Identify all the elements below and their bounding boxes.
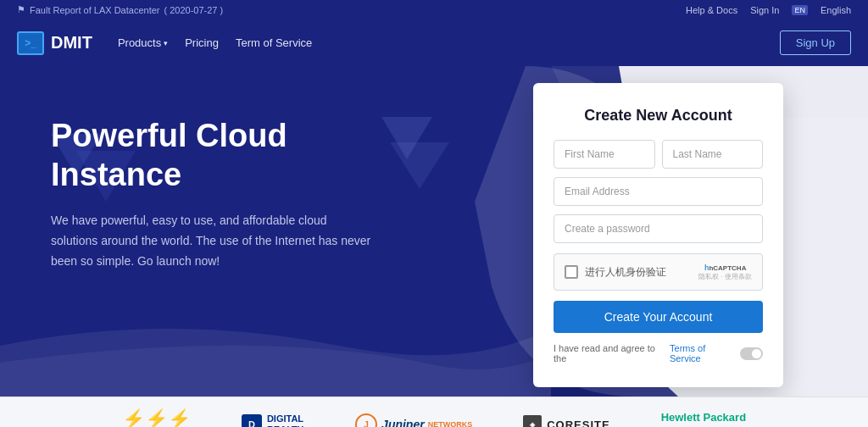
captcha-privacy: 隐私权 · 使用条款 xyxy=(698,272,752,281)
tos-toggle[interactable] xyxy=(740,347,763,360)
flag-icon: EN xyxy=(792,5,808,15)
announcement-text: Fault Report of LAX Datacenter xyxy=(30,5,159,15)
svg-marker-3 xyxy=(381,117,432,159)
logo-icon: >_ xyxy=(17,31,44,55)
signup-button[interactable]: Sign Up xyxy=(780,30,851,55)
help-docs-link[interactable]: Help & Docs xyxy=(686,5,737,15)
logo-text: DMIT xyxy=(51,33,92,53)
hero-section: Powerful Cloud Instance We have powerful… xyxy=(0,66,868,396)
announcement-bar: ⚑ Fault Report of LAX Datacenter ( 2020-… xyxy=(0,0,868,19)
hero-subtitle: We have powerful, easy to use, and affor… xyxy=(51,211,373,271)
navbar-right: Sign Up xyxy=(780,30,851,55)
toggle-knob xyxy=(752,349,761,358)
digital-realty-logo: D DIGITAL REALTY xyxy=(242,413,303,427)
svg-marker-4 xyxy=(390,142,449,189)
captcha-brand: hhCAPTCHA xyxy=(698,263,752,272)
nav-links: Products ▾ Pricing Term of Service xyxy=(118,36,312,49)
tos-nav-item[interactable]: Term of Service xyxy=(236,36,312,49)
password-input[interactable] xyxy=(554,214,763,243)
signin-link[interactable]: Sign In xyxy=(750,5,779,15)
captcha-box[interactable]: 进行人机身份验证 hhCAPTCHA 隐私权 · 使用条款 xyxy=(554,253,763,291)
equinix-logo: ⚡⚡⚡ EQUINIX xyxy=(122,410,191,428)
tos-link[interactable]: Terms of Service xyxy=(670,343,736,363)
announcement-right: Help & Docs Sign In EN English xyxy=(686,5,851,15)
juniper-logo: J Juniper NETWORKS xyxy=(354,413,472,427)
captcha-label: 进行人机身份验证 xyxy=(585,265,666,280)
navbar: >_ DMIT Products ▾ Pricing Term of Servi… xyxy=(0,19,868,66)
products-nav-item[interactable]: Products ▾ xyxy=(118,36,168,49)
coresite-logo: ◈ CORESITE xyxy=(523,415,609,427)
hero-content: Powerful Cloud Instance We have powerful… xyxy=(51,117,373,272)
announcement-date: ( 2020-07-27 ) xyxy=(164,5,223,15)
captcha-left: 进行人机身份验证 xyxy=(565,265,666,280)
form-title: Create New Account xyxy=(554,107,763,125)
svg-text:J: J xyxy=(364,420,369,427)
hpe-logo: Hewlett Packard Enterprise xyxy=(661,411,746,427)
tos-text: I have read and agree to the xyxy=(554,343,665,363)
email-input[interactable] xyxy=(554,177,763,206)
lang-label: English xyxy=(821,5,851,15)
first-name-input[interactable] xyxy=(554,140,655,169)
logo[interactable]: >_ DMIT xyxy=(17,31,92,55)
partners-bar: ⚡⚡⚡ EQUINIX D DIGITAL REALTY J Juniper N… xyxy=(0,396,868,427)
hero-title: Powerful Cloud Instance xyxy=(51,117,373,194)
captcha-right: hhCAPTCHA 隐私权 · 使用条款 xyxy=(698,263,752,281)
navbar-left: >_ DMIT Products ▾ Pricing Term of Servi… xyxy=(17,31,312,55)
last-name-input[interactable] xyxy=(662,140,764,169)
announcement-left: ⚑ Fault Report of LAX Datacenter ( 2020-… xyxy=(17,4,223,15)
fault-icon: ⚑ xyxy=(17,4,25,15)
pricing-nav-item[interactable]: Pricing xyxy=(185,36,219,49)
juniper-icon: J xyxy=(354,413,378,427)
tos-row: I have read and agree to the Terms of Se… xyxy=(554,343,763,363)
registration-form: Create New Account 进行人机身份验证 hhCAPTCHA 隐私… xyxy=(533,83,783,387)
captcha-checkbox[interactable] xyxy=(565,265,578,279)
products-dropdown-icon: ▾ xyxy=(164,39,168,47)
create-account-button[interactable]: Create Your Account xyxy=(554,301,763,333)
name-row xyxy=(554,140,763,169)
